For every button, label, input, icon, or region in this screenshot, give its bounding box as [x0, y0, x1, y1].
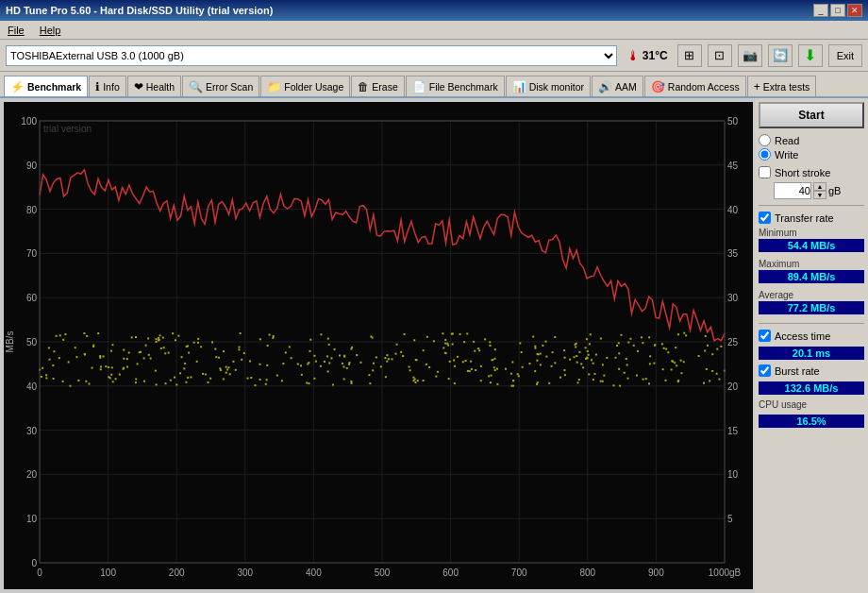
read-write-group: Read Write — [759, 132, 864, 162]
maximize-button[interactable]: □ — [830, 4, 845, 17]
toolbar-btn-refresh[interactable]: 🔄 — [768, 44, 793, 67]
aam-icon: 🔊 — [598, 80, 612, 93]
burst-rate-checkbox[interactable] — [759, 364, 771, 377]
read-radio[interactable] — [759, 134, 771, 146]
access-time-label[interactable]: Access time — [759, 330, 864, 342]
tab-erase[interactable]: 🗑 Erase — [351, 76, 404, 96]
minimum-group: Minimum 54.4 MB/s — [759, 228, 864, 253]
random-access-icon: 🎯 — [651, 80, 665, 93]
error-scan-icon: 🔍 — [189, 80, 203, 93]
title-bar: HD Tune Pro 5.60 - Hard Disk/SSD Utility… — [0, 0, 868, 21]
average-group: Average 77.2 MB/s — [759, 290, 864, 315]
burst-rate-value: 132.6 MB/s — [759, 381, 864, 395]
minimize-button[interactable]: _ — [813, 4, 828, 17]
close-button[interactable]: ✕ — [847, 4, 862, 17]
divider-2 — [759, 323, 864, 324]
maximum-group: Maximum 89.4 MB/s — [759, 259, 864, 284]
window-title: HD Tune Pro 5.60 - Hard Disk/SSD Utility… — [6, 5, 273, 16]
divider-1 — [759, 205, 864, 206]
transfer-rate-checkbox[interactable] — [759, 212, 771, 224]
tab-extra-tests[interactable]: + Extra tests — [747, 76, 817, 96]
toolbar-btn-1[interactable]: ⊞ — [677, 44, 702, 67]
average-value: 77.2 MB/s — [759, 301, 864, 314]
cpu-usage-value: 16.5% — [759, 415, 864, 428]
tab-benchmark[interactable]: ⚡ Benchmark — [4, 76, 88, 96]
drive-select[interactable]: TOSHIBAExternal USB 3.0 (1000 gB) — [6, 45, 617, 66]
spin-up-button[interactable]: ▲ — [813, 182, 826, 191]
burst-rate-label[interactable]: Burst rate — [759, 364, 864, 377]
toolbar-btn-camera[interactable]: 📷 — [738, 44, 762, 67]
temperature-display: 🌡 31°C — [623, 46, 672, 65]
short-stroke-label[interactable]: Short stroke — [759, 166, 864, 178]
access-time-checkbox[interactable] — [759, 330, 771, 342]
maximum-value: 89.4 MB/s — [759, 270, 864, 283]
right-panel: Start Read Write Short stroke ▲ ▼ gB — [755, 98, 868, 593]
tab-disk-monitor[interactable]: 📊 Disk monitor — [506, 76, 591, 96]
short-stroke-checkbox[interactable] — [759, 166, 771, 178]
title-bar-buttons: _ □ ✕ — [813, 4, 862, 17]
cpu-usage-label: CPU usage — [759, 399, 864, 410]
folder-usage-icon: 📁 — [267, 80, 281, 93]
tab-random-access[interactable]: 🎯 Random Access — [644, 76, 746, 96]
exit-button[interactable]: Exit — [828, 44, 862, 67]
benchmark-chart — [4, 102, 753, 589]
menu-help[interactable]: Help — [36, 24, 65, 37]
tab-file-benchmark[interactable]: 📄 File Benchmark — [406, 76, 505, 96]
extra-tests-icon: + — [754, 80, 760, 93]
write-radio-label[interactable]: Write — [759, 148, 864, 161]
tab-folder-usage[interactable]: 📁 Folder Usage — [260, 76, 350, 96]
menu-file[interactable]: File — [4, 24, 28, 37]
thermometer-icon: 🌡 — [626, 48, 640, 63]
spin-down-button[interactable]: ▼ — [813, 191, 826, 199]
average-label: Average — [759, 290, 864, 300]
maximum-label: Maximum — [759, 259, 864, 269]
gb-unit: gB — [828, 185, 841, 196]
tab-health[interactable]: ❤ Health — [127, 76, 181, 96]
transfer-rate-label[interactable]: Transfer rate — [759, 212, 864, 224]
toolbar-btn-download[interactable]: ⬇ — [798, 44, 823, 67]
tabs-bar: ⚡ Benchmark ℹ Info ❤ Health 🔍 Error Scan… — [0, 72, 868, 98]
info-icon: ℹ — [95, 80, 100, 93]
disk-monitor-icon: 📊 — [512, 80, 526, 93]
gb-input[interactable] — [774, 182, 811, 199]
health-icon: ❤ — [134, 80, 143, 93]
tab-info[interactable]: ℹ Info — [89, 76, 126, 96]
write-radio[interactable] — [759, 148, 771, 161]
temperature-value: 31°C — [643, 49, 668, 62]
toolbar-btn-2[interactable]: ⊡ — [708, 44, 732, 67]
benchmark-icon: ⚡ — [10, 80, 25, 93]
main-content: Start Read Write Short stroke ▲ ▼ gB — [0, 98, 868, 593]
erase-icon: 🗑 — [358, 80, 369, 93]
tab-aam[interactable]: 🔊 AAM — [592, 76, 643, 96]
spinner-buttons: ▲ ▼ — [813, 182, 826, 199]
chart-area — [4, 102, 753, 589]
minimum-label: Minimum — [759, 228, 864, 238]
gb-input-row: ▲ ▼ gB — [774, 182, 864, 199]
minimum-value: 54.4 MB/s — [759, 239, 864, 252]
menu-bar: File Help — [0, 21, 868, 40]
file-benchmark-icon: 📄 — [412, 80, 426, 93]
read-radio-label[interactable]: Read — [759, 134, 864, 146]
tab-error-scan[interactable]: 🔍 Error Scan — [182, 76, 259, 96]
drive-bar: TOSHIBAExternal USB 3.0 (1000 gB) 🌡 31°C… — [0, 40, 868, 72]
access-time-value: 20.1 ms — [759, 347, 864, 360]
start-button[interactable]: Start — [759, 102, 864, 128]
